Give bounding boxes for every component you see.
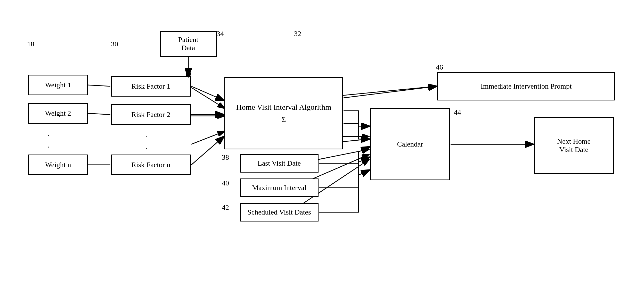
nexthomevisit-label: Next Home Visit Date: [557, 137, 591, 154]
label-34: 34: [217, 30, 224, 38]
weight1-label: Weight 1: [45, 81, 71, 89]
weight1-box: Weight 1: [28, 75, 88, 95]
lastvisit-box: Last Visit Date: [240, 154, 319, 173]
weight2-label: Weight 2: [45, 109, 71, 117]
label-18: 18: [27, 40, 34, 48]
nexthomevisit-box: Next Home Visit Date: [534, 117, 614, 174]
weightn-label: Weight n: [45, 161, 71, 169]
algorithm-box: Home Visit Interval Algorithm Σ: [224, 77, 343, 149]
svg-line-17: [191, 137, 224, 165]
scheduledvisits-box: Scheduled Visit Dates: [240, 203, 319, 221]
svg-line-13: [88, 113, 110, 115]
scheduledvisits-label: Scheduled Visit Dates: [247, 208, 311, 216]
weight2-box: Weight 2: [28, 103, 88, 124]
immediateintervention-box: Immediate Intervention Prompt: [437, 72, 615, 100]
label-44: 44: [454, 108, 461, 116]
maxinterval-box: Maximum Interval: [240, 178, 319, 197]
riskfactor1-box: Risk Factor 1: [111, 76, 191, 97]
svg-line-4: [191, 131, 224, 144]
diagram: 18 30 34 32 46 50 38 40 42 44 36 Weight …: [0, 0, 644, 290]
riskfactor2-box: Risk Factor 2: [111, 104, 191, 125]
calendar-label: Calendar: [397, 140, 423, 148]
algorithm-label: Home Visit Interval Algorithm Σ: [236, 101, 331, 126]
riskfactorn-label: Risk Factor n: [132, 161, 170, 169]
patientdata-box: Patient Data: [160, 31, 217, 57]
label-30: 30: [111, 40, 118, 48]
maxinterval-label: Maximum Interval: [252, 184, 306, 192]
immediateintervention-label: Immediate Intervention Prompt: [480, 82, 572, 90]
label-38: 38: [222, 153, 229, 161]
patientdata-label: Patient Data: [178, 36, 198, 52]
svg-line-15: [191, 86, 224, 100]
weightn-box: Weight n: [28, 155, 88, 175]
riskfactor1-label: Risk Factor 1: [132, 82, 170, 90]
svg-line-2: [191, 88, 224, 108]
label-40: 40: [222, 179, 229, 187]
label-42: 42: [222, 203, 229, 212]
lastvisit-label: Last Visit Date: [258, 159, 301, 167]
label-32: 32: [294, 30, 301, 38]
calendar-box: Calendar: [370, 108, 450, 180]
riskfactorn-box: Risk Factor n: [111, 155, 191, 175]
riskfactor2-label: Risk Factor 2: [132, 110, 170, 119]
svg-line-12: [88, 85, 110, 86]
svg-line-18: [344, 86, 437, 98]
label-46: 46: [436, 63, 443, 71]
